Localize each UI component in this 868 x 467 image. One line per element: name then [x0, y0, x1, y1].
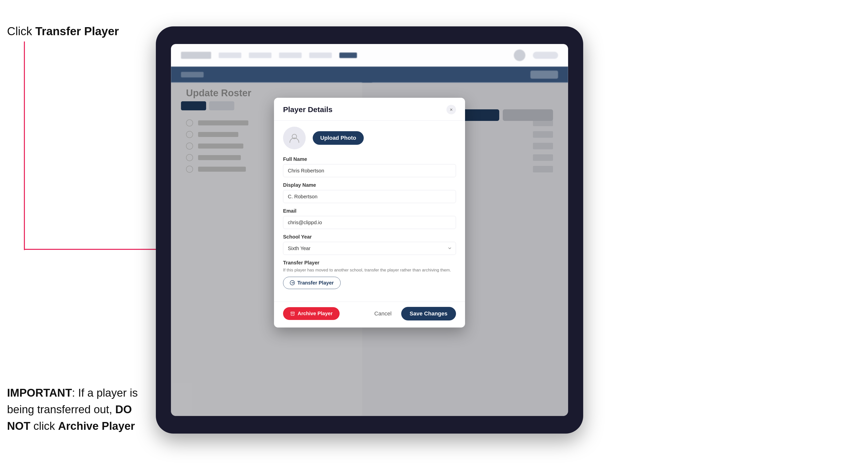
modal-overlay: Player Details ×	[171, 83, 568, 416]
nav-item-4	[309, 53, 332, 58]
instruction-top: Click Transfer Player	[7, 24, 119, 39]
cancel-button[interactable]: Cancel	[369, 308, 396, 319]
sub-nav-item-1	[181, 72, 204, 77]
transfer-player-button[interactable]: Transfer Player	[283, 277, 341, 289]
full-name-label: Full Name	[283, 156, 456, 162]
modal-footer: Archive Player Cancel Save Changes	[274, 302, 465, 328]
instruction-prefix: Click	[7, 25, 35, 38]
tablet-screen: Update Roster	[171, 44, 568, 416]
archive-icon	[290, 311, 295, 316]
transfer-section-title: Transfer Player	[283, 260, 456, 266]
nav-item-active	[339, 53, 357, 58]
school-year-label: School Year	[283, 234, 456, 240]
transfer-player-section: Transfer Player If this player has moved…	[283, 260, 456, 289]
archive-player-button[interactable]: Archive Player	[283, 307, 340, 320]
school-year-group: School Year First Year Second Year Third…	[283, 234, 456, 255]
email-label: Email	[283, 208, 456, 214]
modal-close-button[interactable]: ×	[446, 105, 456, 114]
transfer-icon	[290, 280, 295, 285]
instruction-bottom: IMPORTANT: If a player is being transfer…	[7, 384, 153, 434]
avatar-icon	[289, 132, 300, 144]
display-name-input[interactable]	[283, 190, 456, 203]
nav-item-1	[219, 53, 241, 58]
archive-player-label: Archive Player	[58, 420, 135, 432]
sub-nav	[171, 67, 568, 83]
nav-avatar	[514, 50, 525, 61]
display-name-label: Display Name	[283, 182, 456, 188]
sub-nav-btn	[530, 71, 558, 79]
important-label: IMPORTANT	[7, 386, 72, 399]
player-details-modal: Player Details ×	[274, 98, 465, 328]
photo-row: Upload Photo	[283, 127, 456, 149]
email-group: Email	[283, 208, 456, 229]
save-changes-button[interactable]: Save Changes	[401, 307, 456, 320]
modal-body: Upload Photo Full Name Display Name	[274, 121, 465, 302]
avatar-circle	[283, 127, 306, 149]
nav-text-btn	[533, 52, 558, 59]
modal-header: Player Details ×	[274, 98, 465, 121]
full-name-input[interactable]	[283, 164, 456, 177]
transfer-section-description: If this player has moved to another scho…	[283, 267, 456, 273]
display-name-group: Display Name	[283, 182, 456, 203]
upload-photo-button[interactable]: Upload Photo	[313, 131, 364, 145]
instruction-highlight: Transfer Player	[35, 25, 119, 38]
svg-rect-2	[291, 312, 294, 313]
nav-logo	[181, 52, 211, 59]
nav-item-2	[249, 53, 272, 58]
nav-item-3	[279, 53, 302, 58]
email-input[interactable]	[283, 216, 456, 229]
top-nav	[171, 44, 568, 67]
tablet-device: Update Roster	[156, 26, 583, 434]
arrow-vertical-line	[24, 41, 25, 250]
school-year-select[interactable]: First Year Second Year Third Year Fourth…	[283, 242, 456, 255]
full-name-group: Full Name	[283, 156, 456, 177]
modal-title: Player Details	[283, 105, 333, 114]
